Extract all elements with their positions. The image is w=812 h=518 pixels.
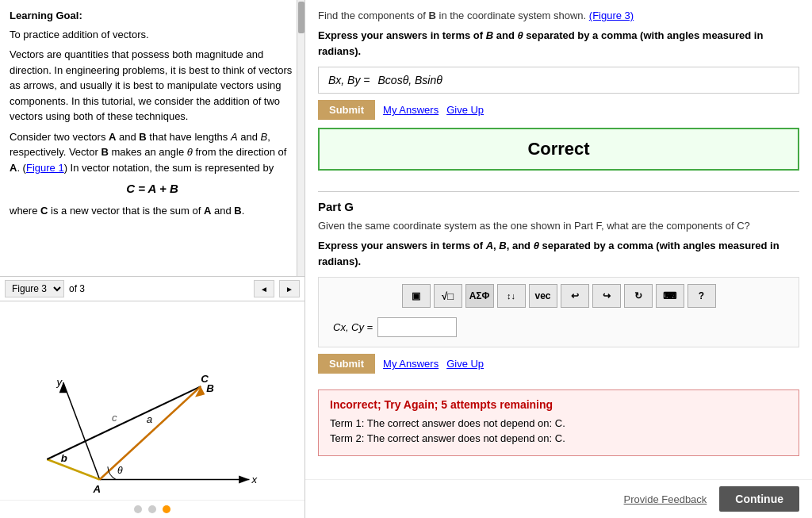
equation-note: where C is a new vector that is the sum … [10, 203, 295, 219]
incorrect-banner: Incorrect; Try Again; 5 attempts remaini… [318, 389, 799, 456]
part-g-title: Part G [318, 200, 799, 213]
bottom-bar: Provide Feedback Continue [305, 479, 812, 518]
incorrect-title: Incorrect; Try Again; 5 attempts remaini… [330, 398, 787, 411]
toolbar-btn-reset[interactable]: ↻ [624, 284, 653, 308]
part-g-prompt: Express your answers in terms of A, B, a… [318, 238, 799, 269]
svg-line-6 [47, 386, 201, 459]
figure-prev-button[interactable]: ◄ [254, 280, 274, 297]
math-input-row: Cx, Cy = [325, 314, 792, 340]
dot-1 [134, 505, 142, 513]
submit-row-f: Submit My Answers Give Up [318, 100, 799, 120]
svg-text:a: a [147, 413, 152, 425]
left-panel: Learning Goal: To practice addition of v… [0, 0, 305, 518]
math-toolbar: ▣ √□ ΑΣΦ ↕↓ vec ↩ ↪ ↻ ⌨ ? [325, 284, 792, 308]
figure-dots [0, 500, 304, 518]
toolbar-btn-redo[interactable]: ↪ [592, 284, 621, 308]
toolbar-btn-sqrt[interactable]: √□ [434, 284, 462, 308]
svg-text:A: A [93, 483, 102, 495]
provide-feedback-button[interactable]: Provide Feedback [624, 493, 707, 505]
divider [318, 191, 799, 192]
submit-button-f[interactable]: Submit [318, 100, 375, 120]
svg-line-8 [100, 386, 201, 479]
submit-row-g: Submit My Answers Give Up [318, 354, 799, 374]
figure-panel: Figure 3 Figure 1 Figure 2 of 3 ◄ ► b [0, 276, 304, 518]
toolbar-btn-help[interactable]: ? [688, 284, 716, 308]
dot-3 [163, 505, 170, 513]
svg-line-4 [47, 459, 99, 480]
figure-toolbar: Figure 3 Figure 1 Figure 2 of 3 ◄ ► [0, 277, 304, 301]
give-up-text-f[interactable]: Give Up [446, 104, 484, 116]
left-content: Learning Goal: To practice addition of v… [0, 0, 304, 276]
toolbar-btn-alpha[interactable]: ΑΣΦ [465, 284, 494, 308]
figure-svg: b C a B c θ A [0, 301, 304, 500]
my-answers-link-f[interactable]: My Answers [383, 104, 439, 116]
svg-text:c: c [112, 412, 117, 424]
answer-f-value: Bcosθ, Bsinθ [378, 74, 442, 86]
dot-2 [148, 505, 156, 513]
vector-equation: C = A + B [10, 180, 295, 198]
toolbar-btn-arrows[interactable]: ↕↓ [497, 284, 526, 308]
correct-banner: Correct [318, 128, 799, 171]
right-panel: Find the components of B in the coordina… [305, 0, 812, 518]
answer-f-label: Bx, By = [328, 74, 370, 86]
answer-g-label: Cx, Cy = [333, 321, 373, 333]
term1-text: Term 1: The correct answer does not depe… [330, 417, 787, 429]
toolbar-btn-grid[interactable]: ▣ [402, 284, 431, 308]
find-components-header: Find the components of B in the coordina… [318, 10, 799, 21]
term2-text: Term 2: The correct answer does not depe… [330, 432, 787, 444]
svg-text:b: b [61, 452, 67, 464]
figure1-link[interactable]: Figure 1 [26, 162, 64, 174]
svg-marker-3 [239, 475, 249, 483]
figure3-link[interactable]: (Figure 3) [589, 10, 634, 21]
of-label: of 3 [69, 283, 85, 294]
paragraph2: Consider two vectors A and B that have l… [10, 129, 295, 176]
express-prompt-f: Express your answers in terms of B and θ… [318, 28, 799, 59]
continue-button[interactable]: Continue [719, 486, 799, 512]
figure-select[interactable]: Figure 3 Figure 1 Figure 2 [5, 280, 64, 297]
learning-goal-title: Learning Goal: [10, 8, 295, 24]
answer-box-f: Bx, By = Bcosθ, Bsinθ [318, 67, 799, 94]
svg-text:θ: θ [117, 465, 123, 476]
figure-next-button[interactable]: ► [279, 280, 300, 297]
svg-text:x: x [251, 474, 259, 485]
submit-button-g[interactable]: Submit [318, 354, 375, 374]
paragraph1: Vectors are quantities that possess both… [10, 47, 295, 125]
figure-area: b C a B c θ A [0, 301, 304, 500]
learning-goal-text: To practice addition of vectors. [10, 27, 295, 43]
part-g-question: Given the same coordinate system as the … [318, 220, 799, 232]
svg-line-0 [63, 382, 100, 479]
svg-text:B: B [206, 382, 214, 394]
toolbar-btn-vec[interactable]: vec [529, 284, 557, 308]
my-answers-link-g[interactable]: My Answers [383, 358, 439, 370]
math-toolbar-area: ▣ √□ ΑΣΦ ↕↓ vec ↩ ↪ ↻ ⌨ ? Cx, Cy = [318, 277, 799, 347]
give-up-text-g[interactable]: Give Up [446, 358, 484, 370]
toolbar-btn-undo[interactable]: ↩ [561, 284, 589, 308]
toolbar-btn-keyboard[interactable]: ⌨ [656, 284, 684, 308]
answer-g-input[interactable] [377, 317, 457, 337]
